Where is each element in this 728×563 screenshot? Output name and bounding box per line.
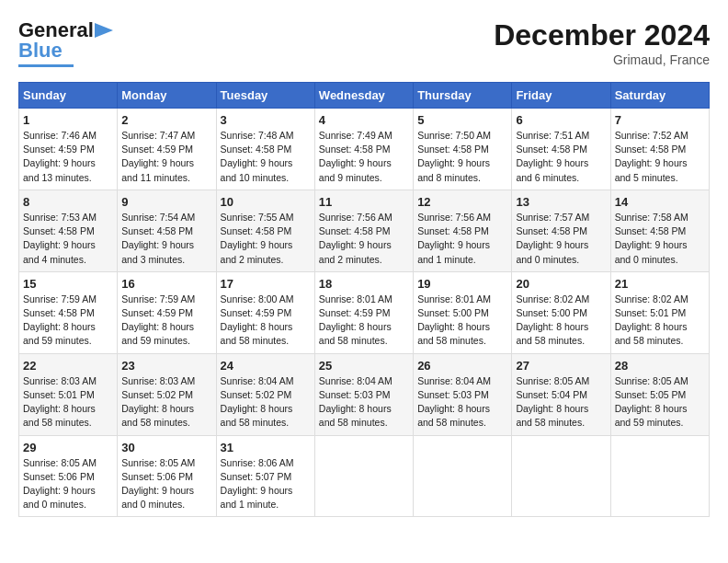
calendar-cell: 24 Sunrise: 8:04 AM Sunset: 5:02 PM Dayl… [216, 353, 314, 435]
day-info: Sunrise: 7:59 AM Sunset: 4:58 PM Dayligh… [23, 293, 113, 349]
day-info: Sunrise: 7:47 AM Sunset: 4:59 PM Dayligh… [121, 129, 211, 185]
calendar-cell: 30 Sunrise: 8:05 AM Sunset: 5:06 PM Dayl… [118, 435, 216, 517]
day-info: Sunrise: 7:51 AM Sunset: 4:58 PM Dayligh… [516, 129, 606, 185]
col-monday: Monday [118, 83, 216, 109]
day-info: Sunrise: 7:59 AM Sunset: 4:59 PM Dayligh… [121, 293, 211, 349]
day-number: 12 [417, 195, 507, 209]
day-info: Sunrise: 8:03 AM Sunset: 5:01 PM Dayligh… [23, 374, 113, 431]
col-friday: Friday [512, 83, 610, 109]
day-number: 10 [221, 195, 311, 209]
calendar-row: 1 Sunrise: 7:46 AM Sunset: 4:59 PM Dayli… [19, 109, 710, 190]
day-info: Sunrise: 7:56 AM Sunset: 4:58 PM Dayligh… [319, 211, 409, 267]
calendar-cell: 5 Sunrise: 7:50 AM Sunset: 4:58 PM Dayli… [414, 109, 512, 190]
day-info: Sunrise: 7:49 AM Sunset: 4:58 PM Dayligh… [319, 129, 409, 185]
day-number: 19 [417, 277, 507, 291]
calendar-cell: 14 Sunrise: 7:58 AM Sunset: 4:58 PM Dayl… [610, 190, 709, 271]
col-saturday: Saturday [610, 83, 709, 109]
day-number: 9 [121, 195, 211, 209]
day-number: 28 [615, 359, 705, 373]
day-info: Sunrise: 8:05 AM Sunset: 5:04 PM Dayligh… [516, 374, 606, 431]
day-info: Sunrise: 8:01 AM Sunset: 4:59 PM Dayligh… [319, 293, 409, 349]
day-info: Sunrise: 7:48 AM Sunset: 4:58 PM Dayligh… [221, 129, 311, 185]
calendar-row: 15 Sunrise: 7:59 AM Sunset: 4:58 PM Dayl… [19, 271, 710, 353]
day-number: 15 [23, 277, 113, 291]
day-number: 13 [516, 195, 606, 209]
calendar-cell: 27 Sunrise: 8:05 AM Sunset: 5:04 PM Dayl… [512, 353, 610, 435]
day-number: 25 [319, 359, 409, 373]
calendar-cell: 31 Sunrise: 8:06 AM Sunset: 5:07 PM Dayl… [216, 435, 314, 517]
calendar-cell: 3 Sunrise: 7:48 AM Sunset: 4:58 PM Dayli… [216, 109, 314, 190]
day-info: Sunrise: 8:05 AM Sunset: 5:05 PM Dayligh… [615, 374, 705, 431]
day-number: 29 [23, 441, 113, 454]
calendar-cell: 2 Sunrise: 7:47 AM Sunset: 4:59 PM Dayli… [118, 109, 216, 190]
calendar-cell: 15 Sunrise: 7:59 AM Sunset: 4:58 PM Dayl… [19, 271, 118, 353]
day-info: Sunrise: 7:50 AM Sunset: 4:58 PM Dayligh… [417, 129, 507, 185]
logo-arrow-icon [95, 23, 113, 38]
col-wednesday: Wednesday [314, 83, 413, 109]
day-info: Sunrise: 8:04 AM Sunset: 5:02 PM Dayligh… [221, 374, 311, 431]
day-number: 30 [121, 441, 211, 454]
day-info: Sunrise: 7:57 AM Sunset: 4:58 PM Dayligh… [516, 211, 606, 267]
day-info: Sunrise: 7:46 AM Sunset: 4:59 PM Dayligh… [23, 129, 113, 185]
svg-marker-0 [95, 23, 113, 38]
day-info: Sunrise: 7:52 AM Sunset: 4:58 PM Dayligh… [615, 129, 705, 185]
calendar-table: Sunday Monday Tuesday Wednesday Thursday… [18, 82, 710, 517]
day-info: Sunrise: 7:58 AM Sunset: 4:58 PM Dayligh… [615, 211, 705, 267]
calendar-cell [414, 435, 512, 517]
calendar-cell: 7 Sunrise: 7:52 AM Sunset: 4:58 PM Dayli… [610, 109, 709, 190]
col-thursday: Thursday [414, 83, 512, 109]
day-number: 16 [121, 277, 211, 291]
day-number: 22 [23, 359, 113, 373]
day-info: Sunrise: 8:02 AM Sunset: 5:01 PM Dayligh… [615, 293, 705, 349]
calendar-cell: 8 Sunrise: 7:53 AM Sunset: 4:58 PM Dayli… [19, 190, 118, 271]
header-row: Sunday Monday Tuesday Wednesday Thursday… [19, 83, 710, 109]
calendar-cell: 1 Sunrise: 7:46 AM Sunset: 4:59 PM Dayli… [19, 109, 118, 190]
day-number: 5 [417, 113, 507, 127]
day-info: Sunrise: 8:01 AM Sunset: 5:00 PM Dayligh… [417, 293, 507, 349]
day-info: Sunrise: 8:06 AM Sunset: 5:07 PM Dayligh… [221, 456, 311, 512]
calendar-cell [512, 435, 610, 517]
day-number: 24 [221, 359, 311, 373]
calendar-cell: 4 Sunrise: 7:49 AM Sunset: 4:58 PM Dayli… [314, 109, 413, 190]
day-info: Sunrise: 7:55 AM Sunset: 4:58 PM Dayligh… [221, 211, 311, 267]
day-info: Sunrise: 8:05 AM Sunset: 5:06 PM Dayligh… [121, 456, 211, 512]
day-number: 26 [417, 359, 507, 373]
day-number: 18 [319, 277, 409, 291]
calendar-cell: 16 Sunrise: 7:59 AM Sunset: 4:59 PM Dayl… [118, 271, 216, 353]
day-number: 4 [319, 113, 409, 127]
calendar-row: 22 Sunrise: 8:03 AM Sunset: 5:01 PM Dayl… [19, 353, 710, 435]
calendar-cell: 6 Sunrise: 7:51 AM Sunset: 4:58 PM Dayli… [512, 109, 610, 190]
day-number: 7 [615, 113, 705, 127]
calendar-cell [610, 435, 709, 517]
calendar-cell: 9 Sunrise: 7:54 AM Sunset: 4:58 PM Dayli… [118, 190, 216, 271]
day-number: 27 [516, 359, 606, 373]
calendar-row: 29 Sunrise: 8:05 AM Sunset: 5:06 PM Dayl… [19, 435, 710, 517]
logo: General Blue [18, 18, 113, 67]
day-info: Sunrise: 8:04 AM Sunset: 5:03 PM Dayligh… [319, 374, 409, 431]
calendar-cell: 11 Sunrise: 7:56 AM Sunset: 4:58 PM Dayl… [314, 190, 413, 271]
header: General Blue December 2024 Grimaud, Fran… [18, 18, 710, 67]
day-number: 20 [516, 277, 606, 291]
day-info: Sunrise: 8:03 AM Sunset: 5:02 PM Dayligh… [121, 374, 211, 431]
title-area: December 2024 Grimaud, France [494, 18, 710, 67]
calendar-cell: 29 Sunrise: 8:05 AM Sunset: 5:06 PM Dayl… [19, 435, 118, 517]
day-info: Sunrise: 8:00 AM Sunset: 4:59 PM Dayligh… [221, 293, 311, 349]
calendar-row: 8 Sunrise: 7:53 AM Sunset: 4:58 PM Dayli… [19, 190, 710, 271]
day-number: 8 [23, 195, 113, 209]
location: Grimaud, France [494, 52, 710, 67]
col-tuesday: Tuesday [216, 83, 314, 109]
day-info: Sunrise: 8:05 AM Sunset: 5:06 PM Dayligh… [23, 456, 113, 512]
day-info: Sunrise: 7:56 AM Sunset: 4:58 PM Dayligh… [417, 211, 507, 267]
day-number: 6 [516, 113, 606, 127]
day-info: Sunrise: 8:02 AM Sunset: 5:00 PM Dayligh… [516, 293, 606, 349]
day-info: Sunrise: 8:04 AM Sunset: 5:03 PM Dayligh… [417, 374, 507, 431]
calendar-cell: 22 Sunrise: 8:03 AM Sunset: 5:01 PM Dayl… [19, 353, 118, 435]
day-number: 23 [121, 359, 211, 373]
calendar-cell: 28 Sunrise: 8:05 AM Sunset: 5:05 PM Dayl… [610, 353, 709, 435]
day-info: Sunrise: 7:54 AM Sunset: 4:58 PM Dayligh… [121, 211, 211, 267]
month-title: December 2024 [494, 18, 710, 52]
calendar-cell: 21 Sunrise: 8:02 AM Sunset: 5:01 PM Dayl… [610, 271, 709, 353]
calendar-cell: 25 Sunrise: 8:04 AM Sunset: 5:03 PM Dayl… [314, 353, 413, 435]
day-number: 14 [615, 195, 705, 209]
calendar-cell: 23 Sunrise: 8:03 AM Sunset: 5:02 PM Dayl… [118, 353, 216, 435]
